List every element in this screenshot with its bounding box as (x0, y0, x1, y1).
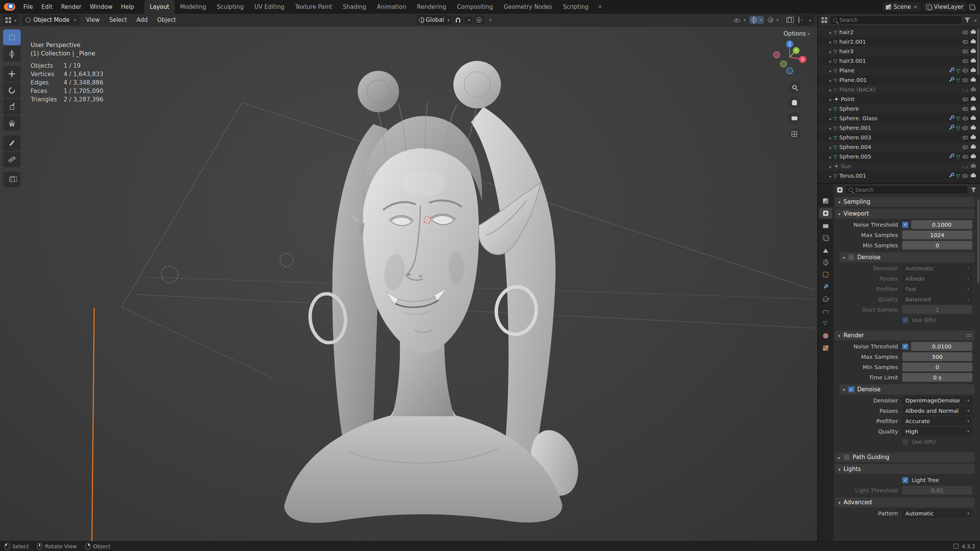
tab-scripting[interactable]: Scripting (558, 0, 594, 14)
gizmos-dropdown[interactable] (749, 16, 764, 24)
outliner-options-icon[interactable] (973, 16, 977, 23)
properties-search-box[interactable] (846, 185, 968, 194)
expand-arrow-icon[interactable] (829, 154, 832, 160)
expand-arrow-icon[interactable] (829, 144, 832, 150)
tab-object-data[interactable] (819, 318, 833, 329)
eye-icon[interactable] (962, 67, 969, 73)
camera-visibility-icon[interactable] (970, 67, 977, 73)
outliner-row-hair3-001[interactable]: hair3.001 (818, 56, 980, 65)
panel-render-denoise[interactable]: Denoise (839, 384, 975, 394)
eye-icon[interactable] (962, 144, 969, 150)
eye-icon[interactable] (962, 48, 969, 54)
tab-layout[interactable]: Layout (144, 0, 175, 14)
proportional-edit-toggle[interactable] (474, 16, 484, 24)
expand-arrow-icon[interactable] (829, 87, 832, 93)
tab-tool[interactable] (819, 195, 833, 206)
proportional-edit-dropdown[interactable] (486, 16, 494, 24)
outliner-editor-type-icon[interactable] (821, 17, 827, 23)
object-name[interactable]: Sphere.005 (839, 154, 871, 160)
tab-rendering[interactable]: Rendering (412, 0, 452, 14)
panel-sampling[interactable]: Sampling (835, 197, 975, 207)
outliner-search-box[interactable] (830, 16, 962, 25)
camera-visibility-icon[interactable] (970, 154, 977, 159)
eye-icon[interactable] (962, 58, 969, 64)
properties-scrollbar[interactable] (977, 199, 979, 283)
menu-select[interactable]: Select (106, 15, 130, 25)
outliner-row-sphere-glass[interactable]: Sphere. Glass (818, 113, 980, 123)
tab-render[interactable] (819, 208, 833, 219)
tab-world[interactable] (819, 257, 833, 268)
menu-view[interactable]: View (83, 15, 103, 25)
blender-logo-icon[interactable] (4, 3, 15, 11)
noise-threshold-checkbox[interactable] (902, 222, 908, 228)
camera-visibility-icon[interactable] (970, 106, 977, 111)
camera-view-button[interactable] (788, 112, 800, 124)
camera-visibility-icon[interactable] (970, 115, 977, 121)
outliner-row-sphere-005[interactable]: Sphere.005 (818, 152, 980, 161)
render-denoise-checkbox[interactable] (848, 386, 854, 392)
render-denoiser-dropdown[interactable]: OpenImageDenoise (902, 396, 972, 405)
object-visibility-dropdown[interactable] (731, 16, 748, 25)
mode-selector[interactable]: Object Mode (22, 15, 80, 25)
tab-shading[interactable]: Shading (337, 0, 371, 14)
object-name[interactable]: Sphere.001 (839, 125, 871, 131)
eye-icon[interactable] (962, 39, 969, 44)
tab-scene[interactable] (819, 244, 833, 255)
panel-render[interactable]: Render (835, 330, 975, 340)
tab-sculpting[interactable]: Sculpting (211, 0, 249, 14)
expand-arrow-icon[interactable] (829, 29, 832, 35)
viewport-denoise-checkbox[interactable] (848, 254, 854, 260)
expand-arrow-icon[interactable] (829, 77, 832, 83)
outliner-row-sun[interactable]: Sun (818, 161, 980, 171)
render-prefilter-dropdown[interactable]: Accurate (902, 417, 972, 425)
render-noise-threshold-checkbox[interactable] (902, 343, 908, 350)
outliner-row-hair3[interactable]: hair3 (818, 46, 980, 56)
mesh-data-icon[interactable] (956, 125, 960, 131)
eye-icon[interactable] (962, 115, 969, 121)
object-name[interactable]: Plane (BACK) (839, 87, 876, 93)
panel-lights[interactable]: Lights (835, 464, 975, 474)
scene-unlink-icon[interactable]: ✕ (913, 4, 918, 10)
min-samples-field[interactable]: 0 (902, 241, 972, 250)
modifier-wrench-icon[interactable] (949, 173, 954, 178)
tab-output[interactable] (819, 220, 833, 231)
tab-view-layer[interactable] (819, 232, 833, 243)
modifier-wrench-icon[interactable] (949, 115, 954, 121)
camera-visibility-icon[interactable] (970, 125, 977, 131)
outliner-row-hair2[interactable]: hair2 (818, 27, 980, 37)
pattern-dropdown[interactable]: Automatic (902, 509, 972, 518)
expand-arrow-icon[interactable] (829, 173, 832, 179)
object-name[interactable]: hair2.001 (839, 39, 866, 45)
transform-orientation-dropdown[interactable]: Global (417, 15, 452, 25)
outliner-row-torus-001[interactable]: Torus.001 (818, 171, 980, 180)
eye-icon[interactable] (962, 96, 969, 102)
render-quality-dropdown[interactable]: High (902, 427, 972, 436)
prefilter-dropdown[interactable]: Fast (902, 284, 972, 293)
outliner-row-sphere-004[interactable]: Sphere.004 (818, 142, 980, 152)
render-noise-threshold-field[interactable]: 0.0100 (911, 342, 972, 351)
eye-closed-icon[interactable] (962, 87, 969, 92)
outliner-scrollbar[interactable] (977, 29, 979, 75)
viewport-use-gpu-checkbox[interactable] (902, 317, 908, 323)
menu-object[interactable]: Object (154, 15, 179, 25)
outliner-row-plane[interactable]: Plane (818, 65, 980, 75)
expand-arrow-icon[interactable] (829, 58, 832, 64)
transform-tool[interactable] (3, 115, 21, 131)
pan-button[interactable] (788, 96, 800, 109)
mesh-data-icon[interactable] (956, 154, 960, 160)
menu-file[interactable]: File (19, 2, 37, 12)
outliner-row-point[interactable]: Point (818, 94, 980, 104)
camera-visibility-icon[interactable] (970, 87, 977, 92)
object-name[interactable]: Point (841, 96, 855, 102)
eye-icon[interactable] (962, 134, 969, 140)
menu-help[interactable]: Help (117, 2, 138, 12)
properties-search-input[interactable] (855, 187, 965, 193)
menu-window[interactable]: Window (86, 2, 117, 12)
expand-arrow-icon[interactable] (829, 39, 832, 45)
camera-visibility-icon[interactable] (970, 96, 977, 102)
object-name[interactable]: Sphere.004 (839, 144, 871, 150)
snap-toggle[interactable] (453, 16, 463, 24)
overlays-dropdown[interactable] (766, 16, 781, 24)
object-name[interactable]: Torus.001 (839, 173, 866, 179)
camera-visibility-icon[interactable] (970, 77, 977, 83)
